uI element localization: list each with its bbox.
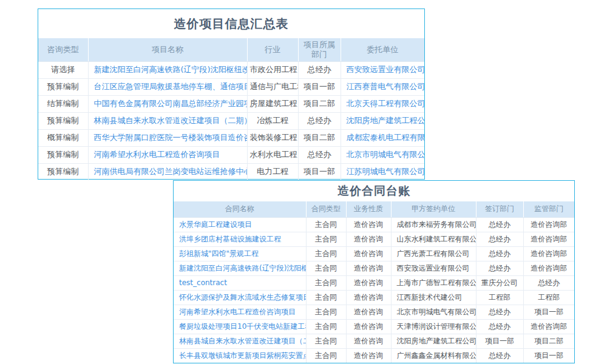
link-cell: 江西赛普电气有限公司 [341, 78, 424, 95]
table-cell: 造价咨询部 [523, 217, 574, 232]
table-cell: 结算编制 [38, 95, 88, 112]
table-row: 洪埠乡团店村基础设施建设工程主合同造价咨询山东水利建筑工程有限公司总经办造价咨询… [174, 232, 574, 246]
link-cell: 台江区应急管理局救援基地停车棚、通信项目 [88, 78, 247, 95]
link-cell: 西安致远置业有限公司 [341, 61, 424, 78]
table-cell: 成都市来福劳务有限公司 [391, 217, 476, 232]
table-cell: 沈阳房地产建筑工程公司 [391, 334, 476, 348]
cell-link[interactable]: 怀化水源保护及舞水流域水生态修复项目合同 [179, 293, 306, 302]
table-row: 预算编制台江区应急管理局救援基地停车棚、通信项目通信与广电工程项目一部江西赛普电… [38, 78, 424, 95]
table-cell: 房屋建筑工程 [247, 95, 298, 112]
cell-link[interactable]: 餐厨垃圾处理项目10千伏变电站新建工程 [179, 322, 306, 331]
link-cell: 林南县城自来水取水管道改迁建项目（二期） [88, 112, 247, 129]
column-header: 业务性质 [346, 201, 391, 217]
link-cell: 新建沈阳至白河高速铁路(辽宁段)沈阳枢纽改建工程 [174, 261, 306, 275]
table-row: 林南县城自来水取水管道改迁建项目（二期）主合同造价咨询沈阳房地产建筑工程公司项目… [174, 334, 574, 348]
cell-link[interactable]: 北京天得工程有限公司 [347, 99, 425, 108]
project-summary-title: 造价项目信息汇总表 [38, 9, 424, 38]
column-header: 委托单位 [341, 38, 424, 61]
table-cell: 总经办 [476, 319, 523, 334]
project-summary-panel: 造价项目信息汇总表 咨询类型项目名称行业项目所属部门委托单位 请选择新建沈阳至白… [38, 8, 425, 180]
column-header: 签订部门 [476, 201, 523, 217]
table-cell: 工程部 [523, 290, 574, 305]
link-cell: 彭祖新城"四馆"景观工程 [174, 246, 306, 261]
table-cell: 项目一部 [523, 305, 574, 319]
table-cell: 山东水利建筑工程有限公司 [391, 232, 476, 246]
link-cell: 洪埠乡团店村基础设施建设工程 [174, 232, 306, 246]
table-cell: 主合同 [306, 275, 346, 290]
cell-link[interactable]: 河南希望水利水电工程造价咨询项目 [179, 308, 296, 316]
cell-link[interactable]: 沈阳房地产建筑工程公司 [347, 116, 425, 125]
cell-link[interactable]: 水景华庭工程建设项目 [179, 220, 252, 229]
table-cell: 主合同 [306, 334, 346, 348]
cell-link[interactable]: 西华大学附属口腔医院一号楼装饰项目造价咨询 [94, 133, 248, 142]
cell-link[interactable]: test_contract [179, 278, 227, 287]
table-cell: 造价咨询 [346, 290, 391, 305]
table-cell: 项目二部 [523, 334, 574, 348]
table-cell: 江西新技术代建公司 [391, 290, 476, 305]
cell-link[interactable]: 长丰县双墩镇城市更新项目紫桐苑安置点 [179, 351, 306, 360]
column-header: 甲方签约单位 [391, 201, 476, 217]
table-cell: 北京市明城电气有限公司 [391, 305, 476, 319]
link-cell: 中国有色金属有限公司南昌总部经济产业园项目二期 [88, 95, 247, 112]
cell-link[interactable]: 洪埠乡团店村基础设施建设工程 [179, 235, 281, 243]
cell-link[interactable]: 台江区应急管理局救援基地停车棚、通信项目 [94, 82, 248, 91]
table-cell: 造价咨询部 [523, 232, 574, 246]
cell-link[interactable]: 河南供电局有限公司兰岗变电站运维抢修中心项目 [94, 167, 248, 176]
table-cell: 项目一部 [298, 163, 341, 180]
table-cell: 主合同 [306, 290, 346, 305]
project-summary-table: 咨询类型项目名称行业项目所属部门委托单位 请选择新建沈阳至白河高速铁路(辽宁段)… [38, 38, 424, 180]
table-cell: 总经办 [476, 261, 523, 275]
cell-link[interactable]: 河南希望水利水电工程造价咨询项目 [94, 150, 220, 159]
cell-link[interactable]: 中国有色金属有限公司南昌总部经济产业园项目二期 [94, 99, 248, 108]
cell-link[interactable]: 新建沈阳至白河高速铁路(辽宁段)沈阳枢纽改建工程 [94, 65, 248, 74]
consult-type-select[interactable]: 请选择 [38, 61, 88, 78]
table-cell: 冶炼工程 [247, 112, 298, 129]
table-cell: 上海市广德智工程有限公司 [391, 275, 476, 290]
contract-ledger-panel: 造价合同台账 合同名称合同类型业务性质甲方签约单位签订部门监管部门 水景华庭工程… [173, 180, 575, 363]
cell-link[interactable]: 北京市明城电气有限公司 [347, 150, 425, 159]
cell-link[interactable]: 林南县城自来水取水管道改迁建项目（二期） [179, 337, 306, 345]
table-cell: 通信与广电工程 [247, 78, 298, 95]
table-cell: 造价咨询 [346, 217, 391, 232]
table-cell: 预算编制 [38, 163, 88, 180]
link-cell: 河南希望水利水电工程造价咨询项目 [88, 146, 247, 163]
link-cell: 河南供电局有限公司兰岗变电站运维抢修中心项目 [88, 163, 247, 180]
link-cell: 西华大学附属口腔医院一号楼装饰项目造价咨询 [88, 129, 247, 146]
table-cell: 造价咨询 [346, 261, 391, 275]
cell-link[interactable]: 彭祖新城"四馆"景观工程 [179, 249, 259, 258]
table-row: 请选择新建沈阳至白河高速铁路(辽宁段)沈阳枢纽改建工程市政公用工程总经办西安致远… [38, 61, 424, 78]
column-header: 合同名称 [174, 201, 306, 217]
table-cell: 造价咨询 [346, 246, 391, 261]
cell-link[interactable]: 江西赛普电气有限公司 [347, 82, 425, 91]
cell-link[interactable]: 林南县城自来水取水管道改迁建项目（二期） [94, 116, 248, 125]
table-cell: 预算编制 [38, 78, 88, 95]
table-cell: 主合同 [306, 348, 346, 363]
table-cell: 主合同 [306, 246, 346, 261]
table-cell: 总经办 [298, 146, 341, 163]
link-cell: 新建沈阳至白河高速铁路(辽宁段)沈阳枢纽改建工程 [88, 61, 247, 78]
column-header: 监管部门 [523, 201, 574, 217]
column-header: 项目所属部门 [298, 38, 341, 61]
link-cell: 北京天得工程有限公司 [341, 95, 424, 112]
table-cell: 造价咨询 [346, 232, 391, 246]
table-cell: 主合同 [306, 261, 346, 275]
table-row: 概算编制西华大学附属口腔医院一号楼装饰项目造价咨询装饰装修工程项目二部成都宏泰机… [38, 129, 424, 146]
table-row: 怀化水源保护及舞水流域水生态修复项目合同主合同造价咨询江西新技术代建公司工程部工… [174, 290, 574, 305]
table-row: 预算编制林南县城自来水取水管道改迁建项目（二期）冶炼工程总经办沈阳房地产建筑工程… [38, 112, 424, 129]
link-cell: 成都宏泰机电工程有限公司 [341, 129, 424, 146]
table-cell: 广州鑫鑫金属材料有限公司 [391, 348, 476, 363]
table-cell: 项目二部 [298, 95, 341, 112]
table-cell: 总经办 [476, 217, 523, 232]
table-cell: 主合同 [306, 319, 346, 334]
cell-link[interactable]: 成都宏泰机电工程有限公司 [347, 133, 425, 142]
cell-link[interactable]: 西安致远置业有限公司 [347, 65, 425, 74]
table-cell: 造价咨询部 [523, 319, 574, 334]
table-cell: 主合同 [306, 217, 346, 232]
table-row: 餐厨垃圾处理项目10千伏变电站新建工程主合同造价咨询天津博润设计管理有限公司总经… [174, 319, 574, 334]
table-row: test_contract主合同造价咨询上海市广德智工程有限公司重庆分公司总经办 [174, 275, 574, 290]
column-header: 行业 [247, 38, 298, 61]
table-cell: 水利水电工程 [247, 146, 298, 163]
link-cell: 江苏明城电气有限公司 [341, 163, 424, 180]
cell-link[interactable]: 江苏明城电气有限公司 [347, 167, 425, 176]
cell-link[interactable]: 新建沈阳至白河高速铁路(辽宁段)沈阳枢纽改建工程 [179, 264, 306, 272]
